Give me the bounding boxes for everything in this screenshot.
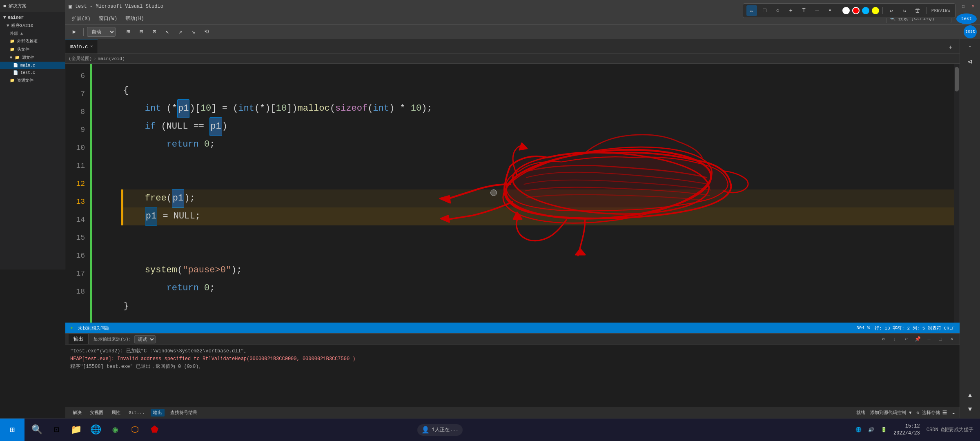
- taskbar-search[interactable]: 🔍: [28, 421, 46, 439]
- tab-actions: +: [945, 42, 960, 53]
- output-source-select[interactable]: 调试: [134, 335, 156, 343]
- code-line-7: int (*p1)[10] = (int(*)[10])malloc(sizeo…: [123, 100, 960, 118]
- tab-output-bottom[interactable]: 输出: [151, 409, 165, 416]
- tb-btn5[interactable]: ↗: [175, 26, 186, 38]
- ann-undo[interactable]: ↩: [886, 5, 897, 16]
- code-editor[interactable]: 6 7 8 9 10 11 12 13 14 15 16 17 18: [65, 64, 960, 323]
- tree-item-headers[interactable]: 📁 头文件: [0, 45, 65, 53]
- tree-item-external[interactable]: 📁 外部依赖项: [0, 37, 65, 45]
- taskbar-csdn: CSDN @想要成为猛子: [920, 426, 980, 433]
- tree-item-prog[interactable]: ▼ 程序3A210: [0, 21, 65, 30]
- solution-header[interactable]: ■ 解决方案: [0, 0, 65, 12]
- auto-dropdown[interactable]: 自动: [87, 27, 116, 37]
- close-button[interactable]: ×: [969, 3, 977, 10]
- taskbar-speaker: 🔊: [868, 427, 874, 433]
- out-float[interactable]: □: [936, 335, 945, 344]
- scrollbar-thumb[interactable]: [955, 67, 959, 91]
- start-button[interactable]: ⊞: [0, 419, 24, 441]
- taskbar-edge[interactable]: 🌐: [87, 421, 105, 439]
- taskbar-chrome[interactable]: ◉: [106, 421, 124, 439]
- ann-pen[interactable]: ✏: [746, 5, 757, 16]
- tab-git[interactable]: Git...: [126, 410, 147, 416]
- out-clear[interactable]: ⊘: [879, 335, 888, 344]
- add-source-control[interactable]: 添加到源代码控制 ▼: [870, 410, 911, 416]
- tab-mainc[interactable]: main.c ×: [65, 40, 98, 53]
- tab-find-symbol[interactable]: 查找符号结果: [168, 409, 200, 416]
- bottom-tabs-bar: 解决 实视图 属性 Git... 输出 查找符号结果 就绪 添加到源代码控制 ▼…: [65, 407, 960, 418]
- tab-solve[interactable]: 解决: [70, 409, 84, 416]
- menu-help[interactable]: 帮助(H): [122, 14, 147, 23]
- panel-scroll-down[interactable]: ▼: [965, 404, 976, 415]
- tree-item-resources[interactable]: 📁 资源文件: [0, 76, 65, 85]
- ann-rect[interactable]: □: [760, 5, 770, 16]
- main-toolbar: ▶ 自动 ⊞ ⊟ ⊠ ↖ ↗ ↘ ⟲ test: [65, 24, 980, 39]
- panel-scroll-up[interactable]: ▲: [965, 390, 976, 401]
- toolbar-run[interactable]: ▶: [69, 26, 80, 38]
- breadcrumb-global: (全局范围): [69, 56, 92, 62]
- taskbar-taskview[interactable]: ⊡: [47, 421, 65, 439]
- output-content: "test.exe"(Win32): 已加载"C :\Windows\Syste…: [65, 345, 960, 407]
- ann-color-blue[interactable]: [862, 7, 869, 14]
- tab-close-icon[interactable]: ×: [90, 45, 93, 49]
- line-numbers: 6 7 8 9 10 11 12 13 14 15 16 17 18: [65, 64, 90, 323]
- tab-output[interactable]: 输出: [69, 334, 89, 344]
- code-line-6: {: [123, 82, 960, 100]
- tab-add-icon[interactable]: +: [945, 42, 956, 53]
- sep1: [83, 28, 84, 36]
- user-avatar[interactable]: test: [964, 25, 977, 38]
- tb-btn2[interactable]: ⊟: [136, 26, 147, 38]
- ann-cross[interactable]: +: [786, 5, 796, 16]
- bottom-right-status: 就绪 添加到源代码控制 ▼ ⊙ 选择存储 ☰ ☁: [856, 410, 955, 416]
- menu-window[interactable]: 窗口(W): [96, 14, 121, 23]
- ann-color-white[interactable]: [842, 7, 850, 14]
- panel-top[interactable]: ↑: [965, 42, 976, 53]
- tb-btn4[interactable]: ↖: [162, 26, 173, 38]
- editor-tabs: main.c × +: [65, 39, 960, 54]
- taskbar-explorer[interactable]: 📁: [67, 421, 85, 439]
- out-scroll[interactable]: ↓: [890, 335, 899, 344]
- tb-btn3[interactable]: ⊠: [149, 26, 160, 38]
- tree-item-mainc[interactable]: 📄 main.c: [0, 62, 65, 69]
- tb-btn1[interactable]: ⊞: [122, 26, 134, 38]
- tab-props[interactable]: 属性: [109, 409, 123, 416]
- out-close[interactable]: ×: [947, 335, 956, 344]
- windows-icon: ⊞: [10, 425, 15, 435]
- yellow-marker-13: [121, 207, 123, 225]
- test-avatar[interactable]: test: [956, 13, 977, 24]
- ann-color-yellow[interactable]: [872, 7, 879, 14]
- ann-line[interactable]: —: [812, 5, 822, 16]
- user-info: 👤 1人正在...: [417, 424, 463, 436]
- scrollbar-vertical[interactable]: [954, 64, 960, 323]
- tree-item-testc[interactable]: 📄 test.c: [0, 69, 65, 76]
- code-content[interactable]: int main(void) { int (*p1)[10] = (int(*)…: [117, 64, 960, 323]
- tree-item-sources[interactable]: ▼ 📁 源文件: [0, 53, 65, 62]
- out-minimize[interactable]: —: [924, 335, 933, 344]
- ann-ellipse[interactable]: ○: [773, 5, 783, 16]
- cloud-icon[interactable]: ☁: [952, 410, 955, 415]
- tree-item-rainer[interactable]: ▼ Rainer: [0, 14, 65, 21]
- menu-extend[interactable]: 扩展(X): [69, 14, 94, 23]
- zoom-level: 304 %: [856, 325, 870, 330]
- ann-text[interactable]: T: [799, 5, 809, 16]
- out-wrap[interactable]: ↩: [902, 335, 911, 344]
- ann-redo[interactable]: ↪: [899, 5, 910, 16]
- ann-color-red[interactable]: [852, 7, 860, 14]
- ann-clear[interactable]: 🗑: [912, 5, 923, 16]
- out-pin[interactable]: 📌: [913, 335, 922, 344]
- editor-status-bar: ● 未找到相关问题 304 % 行: 13 字符: 2 列: 5 制表符 CRL…: [65, 323, 960, 333]
- code-line-13: p1 = NULL;: [122, 207, 960, 225]
- status-text: 未找到相关问题: [78, 325, 109, 331]
- code-line-16: system("pause>0");: [123, 261, 960, 279]
- taskbar-battery: 🔋: [881, 427, 887, 433]
- tab-realview[interactable]: 实视图: [87, 409, 106, 416]
- panel-collapse[interactable]: ⊲: [965, 56, 976, 67]
- maximize-button[interactable]: □: [960, 3, 967, 10]
- select-storage[interactable]: ⊙ 选择存储 ☰: [917, 410, 947, 416]
- taskbar-app2[interactable]: ⬟: [145, 421, 163, 439]
- ann-sep1: [839, 7, 839, 14]
- taskbar-app1[interactable]: ⬡: [126, 421, 144, 439]
- ann-dot[interactable]: •: [825, 5, 835, 16]
- tb-btn7[interactable]: ⟲: [201, 26, 212, 38]
- tb-btn6[interactable]: ↘: [188, 26, 199, 38]
- sep2: [119, 28, 119, 36]
